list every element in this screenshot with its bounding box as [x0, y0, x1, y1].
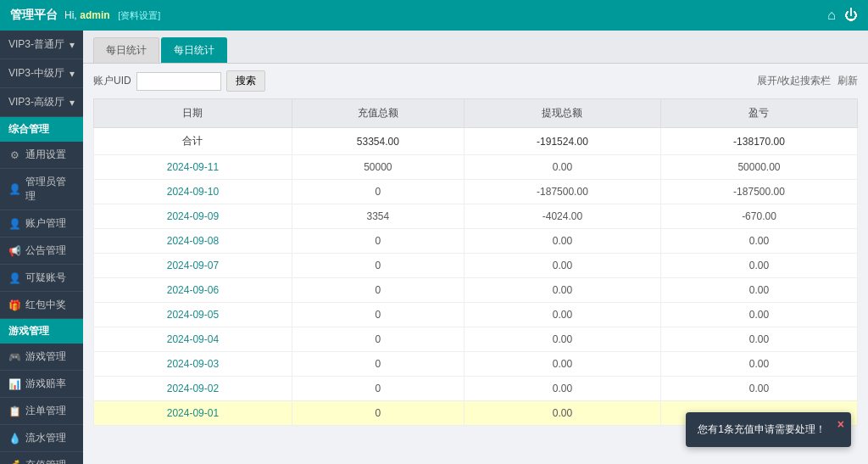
table-row: 2024-09-0300.000.00 — [94, 352, 858, 377]
flow-icon: 💧 — [8, 433, 20, 444]
redpacket-icon: 🎁 — [8, 299, 20, 311]
app-logo: 管理平台 — [10, 8, 58, 23]
vip3-normal-label: VIP3-普通厅 — [8, 37, 64, 52]
bet-manage-label: 注单管理 — [25, 404, 66, 418]
refresh-btn[interactable]: 刷新 — [837, 74, 858, 88]
account-icon: 👤 — [8, 218, 20, 230]
general-settings-label: 通用设置 — [25, 148, 66, 162]
vip3-mid-arrow: ▾ — [70, 68, 75, 80]
row-date[interactable]: 2024-09-07 — [94, 254, 292, 278]
row-profit: 0.00 — [660, 278, 857, 303]
search-button[interactable]: 搜索 — [226, 70, 265, 92]
total-label: 合计 — [94, 128, 292, 155]
sidebar-item-account-manage[interactable]: 👤 账户管理 — [0, 210, 83, 238]
sidebar-item-suspicious-account[interactable]: 👤 可疑账号 — [0, 265, 83, 292]
sidebar-item-charge-manage[interactable]: 💰 充值管理 — [0, 452, 83, 464]
game-icon: 🎮 — [8, 351, 20, 363]
settings-link[interactable]: [资料设置] — [118, 10, 160, 20]
username-label[interactable]: admin — [80, 9, 109, 21]
row-profit: 0.00 — [660, 229, 857, 254]
home-icon[interactable]: ⌂ — [827, 8, 836, 23]
odds-icon: 📊 — [8, 378, 20, 390]
tab-bar: 每日统计 每日统计 — [83, 31, 868, 64]
sidebar-item-vip3-high[interactable]: VIP3-高级厅 ▾ — [0, 88, 83, 117]
admin-icon: 👤 — [8, 183, 20, 195]
col-header-date: 日期 — [94, 99, 292, 128]
section-header-game: 游戏管理 — [0, 319, 83, 344]
tab-daily-stats-2[interactable]: 每日统计 — [161, 37, 227, 63]
tab-daily-stats-1[interactable]: 每日统计 — [93, 37, 159, 63]
row-profit: 0.00 — [660, 352, 857, 377]
table-row: 2024-09-093354-4024.00-670.00 — [94, 204, 858, 229]
row-charge: 0 — [292, 254, 464, 278]
expand-toggle[interactable]: 展开/收起搜索栏 — [757, 74, 831, 88]
table-row: 2024-09-0600.000.00 — [94, 278, 858, 303]
sidebar-item-vip3-normal[interactable]: VIP3-普通厅 ▾ — [0, 31, 83, 59]
sidebar-item-notice-manage[interactable]: 📢 公告管理 — [0, 238, 83, 265]
toolbar-left: 账户UID 搜索 — [93, 70, 265, 92]
bet-icon: 📋 — [8, 405, 20, 417]
vip3-normal-arrow: ▾ — [70, 39, 75, 51]
row-date[interactable]: 2024-09-09 — [94, 204, 292, 229]
row-profit: 0.00 — [660, 377, 857, 401]
row-charge: 0 — [292, 377, 464, 401]
notification-popup: 您有1条充值申请需要处理！ × — [686, 412, 851, 447]
uid-input[interactable] — [136, 72, 221, 91]
row-date[interactable]: 2024-09-04 — [94, 327, 292, 352]
table-row: 2024-09-100-187500.00-187500.00 — [94, 180, 858, 204]
notification-close-button[interactable]: × — [837, 417, 844, 431]
col-header-withdraw: 提现总额 — [464, 99, 660, 128]
greeting-hi: Hi, — [64, 9, 77, 21]
notice-manage-label: 公告管理 — [25, 243, 66, 258]
admin-manage-label: 管理员管理 — [25, 175, 75, 204]
row-charge: 0 — [292, 352, 464, 377]
row-date[interactable]: 2024-09-10 — [94, 180, 292, 204]
sidebar: VIP3-普通厅 ▾ VIP3-中级厅 ▾ VIP3-高级厅 ▾ 综合管理 ⚙ … — [0, 31, 83, 464]
total-charge: 53354.00 — [292, 128, 464, 155]
row-date[interactable]: 2024-09-11 — [94, 155, 292, 180]
row-date[interactable]: 2024-09-01 — [94, 401, 292, 426]
row-withdraw: 0.00 — [464, 229, 660, 254]
sidebar-item-bet-manage[interactable]: 📋 注单管理 — [0, 398, 83, 425]
table-row: 2024-09-11500000.0050000.00 — [94, 155, 858, 180]
redpacket-label: 红包中奖 — [25, 298, 66, 312]
vip3-high-arrow: ▾ — [70, 97, 75, 109]
notification-message: 您有1条充值申请需要处理！ — [698, 423, 826, 435]
row-date[interactable]: 2024-09-08 — [94, 229, 292, 254]
sidebar-item-general-settings[interactable]: ⚙ 通用设置 — [0, 142, 83, 169]
header: 管理平台 Hi, admin [资料设置] ⌂ ⏻ — [0, 0, 868, 31]
sidebar-item-redpacket[interactable]: 🎁 红包中奖 — [0, 292, 83, 319]
table-row: 2024-09-0500.000.00 — [94, 303, 858, 327]
table-header-row: 日期 充值总额 提现总额 盈亏 — [94, 99, 858, 128]
row-date[interactable]: 2024-09-05 — [94, 303, 292, 327]
gear-icon: ⚙ — [8, 149, 20, 161]
power-icon[interactable]: ⏻ — [844, 8, 858, 23]
suspicious-icon: 👤 — [8, 272, 20, 284]
row-charge: 0 — [292, 180, 464, 204]
sidebar-item-vip3-mid[interactable]: VIP3-中级厅 ▾ — [0, 59, 83, 88]
row-date[interactable]: 2024-09-03 — [94, 352, 292, 377]
charge-icon: 💰 — [8, 460, 20, 465]
sidebar-item-game-odds[interactable]: 📊 游戏赔率 — [0, 371, 83, 398]
row-withdraw: 0.00 — [464, 303, 660, 327]
sidebar-item-game-manage[interactable]: 🎮 游戏管理 — [0, 344, 83, 371]
row-withdraw: 0.00 — [464, 401, 660, 426]
stats-table: 日期 充值总额 提现总额 盈亏 合计 53354.00 -191524.00 -… — [93, 98, 858, 426]
row-profit: 0.00 — [660, 327, 857, 352]
row-withdraw: 0.00 — [464, 278, 660, 303]
row-profit: -670.00 — [660, 204, 857, 229]
flow-manage-label: 流水管理 — [25, 431, 66, 445]
row-withdraw: 0.00 — [464, 155, 660, 180]
row-charge: 3354 — [292, 204, 464, 229]
sidebar-item-admin-manage[interactable]: 👤 管理员管理 — [0, 169, 83, 210]
uid-label: 账户UID — [93, 74, 131, 88]
suspicious-label: 可疑账号 — [25, 271, 66, 285]
row-withdraw: 0.00 — [464, 327, 660, 352]
row-date[interactable]: 2024-09-02 — [94, 377, 292, 401]
row-profit: 0.00 — [660, 254, 857, 278]
row-withdraw: 0.00 — [464, 352, 660, 377]
sidebar-item-flow-manage[interactable]: 💧 流水管理 — [0, 425, 83, 452]
section-header-general: 综合管理 — [0, 117, 83, 142]
notice-icon: 📢 — [8, 245, 20, 257]
row-date[interactable]: 2024-09-06 — [94, 278, 292, 303]
